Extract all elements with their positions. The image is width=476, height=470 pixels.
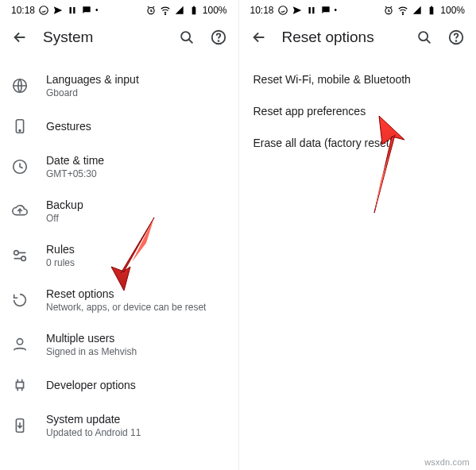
battery-icon <box>426 5 437 16</box>
clock-icon <box>11 158 29 175</box>
chat-icon <box>320 5 331 16</box>
wifi-icon <box>397 5 408 16</box>
svg-rect-1 <box>70 7 72 13</box>
svg-point-18 <box>278 6 287 15</box>
back-icon[interactable] <box>11 29 29 46</box>
item-label: Erase all data (factory reset) <box>253 137 393 149</box>
status-more-dot: • <box>95 6 99 14</box>
help-icon[interactable] <box>210 29 227 46</box>
svg-rect-20 <box>312 7 314 13</box>
battery-icon <box>188 5 199 16</box>
alarm-icon <box>383 5 394 16</box>
item-label: Languages & input <box>46 73 139 86</box>
item-date-time[interactable]: Date & time GMT+05:30 <box>0 144 238 189</box>
reset-list: Reset Wi-Fi, mobile & Bluetooth Reset ap… <box>239 60 477 162</box>
item-label: Backup <box>46 198 83 211</box>
item-gestures[interactable]: Gestures <box>0 108 238 144</box>
globe-icon <box>11 77 29 94</box>
item-erase-all-data[interactable]: Erase all data (factory reset) <box>239 127 477 159</box>
send-icon <box>292 5 303 16</box>
pause-icon <box>306 5 317 16</box>
wifi-icon <box>160 5 171 16</box>
signal-icon <box>412 5 423 16</box>
rules-icon <box>11 247 29 264</box>
search-icon[interactable] <box>178 29 195 46</box>
svg-point-14 <box>14 251 19 256</box>
item-label: Rules <box>46 243 75 256</box>
item-reset-wifi[interactable]: Reset Wi-Fi, mobile & Bluetooth <box>239 64 477 95</box>
alarm-icon <box>145 5 157 16</box>
phone-screen-reset-options: 10:18 • 100% Reset options Reset Wi-F <box>238 0 477 470</box>
header-bar: System <box>0 17 238 60</box>
svg-rect-5 <box>192 7 195 14</box>
item-label: System update <box>46 413 141 426</box>
header-bar: Reset options <box>239 17 477 60</box>
developer-icon <box>11 376 29 394</box>
users-icon <box>11 336 29 353</box>
svg-rect-24 <box>431 6 432 7</box>
item-sub: Updated to Android 11 <box>46 427 141 438</box>
item-sub: GMT+05:30 <box>46 168 104 179</box>
svg-point-22 <box>403 13 404 14</box>
gestures-icon <box>11 118 29 135</box>
back-icon[interactable] <box>250 29 268 46</box>
status-more-dot: • <box>335 6 338 14</box>
signal-icon <box>174 5 185 16</box>
item-sub: Network, apps, or device can be reset <box>46 302 206 313</box>
chat-icon <box>81 5 92 16</box>
svg-point-12 <box>19 130 21 132</box>
whatsapp-icon <box>277 5 288 16</box>
item-languages-input[interactable]: Languages & input Gboard <box>0 64 238 108</box>
item-multiple-users[interactable]: Multiple users Signed in as Mehvish <box>0 322 238 367</box>
svg-point-25 <box>419 32 428 40</box>
svg-point-27 <box>456 40 457 41</box>
svg-point-15 <box>21 256 26 261</box>
phone-screen-system: 10:18 • 100% System <box>0 0 238 470</box>
watermark: wsxdn.com <box>424 457 470 467</box>
svg-point-9 <box>218 40 219 41</box>
item-label: Reset app preferences <box>253 105 366 118</box>
status-bar: 10:18 • 100% <box>239 0 477 17</box>
settings-list: Languages & input Gboard Gestures Date &… <box>0 60 238 451</box>
svg-rect-23 <box>430 7 434 14</box>
svg-rect-19 <box>308 7 310 13</box>
item-sub: Signed in as Mehvish <box>46 346 137 357</box>
item-label: Reset options <box>46 287 206 300</box>
send-icon <box>52 5 64 16</box>
item-reset-options[interactable]: Reset options Network, apps, or device c… <box>0 278 238 322</box>
item-label: Gestures <box>46 120 91 133</box>
svg-rect-6 <box>193 6 195 7</box>
item-label: Multiple users <box>46 332 137 345</box>
status-time: 10:18 <box>11 5 35 16</box>
item-sub: Off <box>46 213 83 224</box>
svg-point-4 <box>164 13 165 14</box>
page-title: Reset options <box>282 29 402 46</box>
item-label: Date & time <box>46 154 104 167</box>
pause-icon <box>67 5 78 16</box>
item-backup[interactable]: Backup Off <box>0 189 238 233</box>
item-sub: Gboard <box>46 87 139 98</box>
item-reset-app-preferences[interactable]: Reset app preferences <box>239 95 477 127</box>
page-title: System <box>43 29 164 46</box>
svg-point-16 <box>17 339 22 345</box>
item-label: Reset Wi-Fi, mobile & Bluetooth <box>253 73 411 86</box>
search-icon[interactable] <box>416 29 433 46</box>
svg-rect-2 <box>73 7 75 13</box>
status-time: 10:18 <box>250 5 274 16</box>
svg-point-7 <box>181 32 190 40</box>
status-bar: 10:18 • 100% <box>0 0 238 17</box>
item-label: Developer options <box>46 379 136 391</box>
help-icon[interactable] <box>447 29 465 46</box>
system-update-icon <box>11 417 29 434</box>
item-rules[interactable]: Rules 0 rules <box>0 233 238 278</box>
item-sub: 0 rules <box>46 257 75 268</box>
reset-icon <box>11 291 29 309</box>
whatsapp-icon <box>38 5 49 16</box>
backup-icon <box>11 202 29 220</box>
status-battery-pct: 100% <box>203 5 227 16</box>
item-system-update[interactable]: System update Updated to Android 11 <box>0 403 238 448</box>
item-developer-options[interactable]: Developer options <box>0 367 238 403</box>
status-battery-pct: 100% <box>440 5 465 16</box>
svg-point-0 <box>40 6 48 15</box>
